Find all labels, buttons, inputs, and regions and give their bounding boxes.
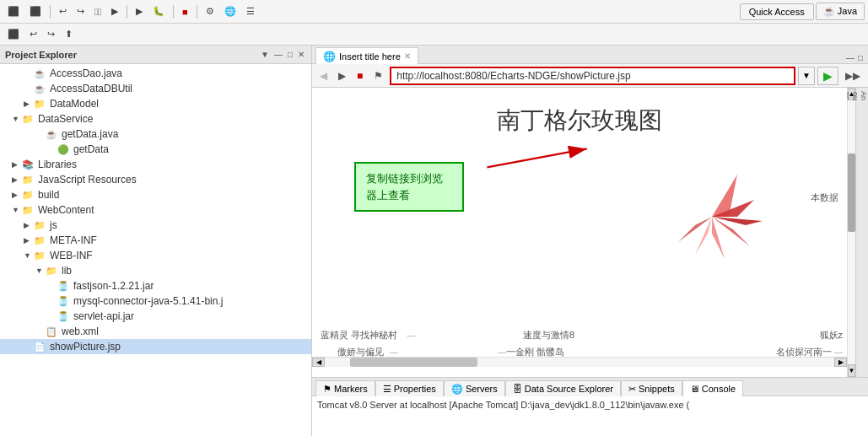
tree-icon: 🫙: [57, 311, 71, 322]
tree-arrow: ▶: [24, 100, 34, 108]
toolbar-extra2[interactable]: 🌐: [220, 3, 240, 19]
chart-label-3: 狐妖z: [820, 329, 844, 342]
bottom-content: Tomcat v8.0 Server at localhost [Apache …: [312, 396, 868, 436]
go-button[interactable]: ▶: [817, 67, 838, 85]
tree-item[interactable]: ☕getData.java: [0, 126, 311, 142]
h-scroll-left[interactable]: ◀: [312, 358, 325, 367]
panel-max-btn[interactable]: □: [286, 49, 294, 60]
editor-tab-close[interactable]: ✕: [404, 51, 411, 61]
bottom-tab-snippets[interactable]: ✂Snippets: [621, 380, 682, 396]
tree-item[interactable]: ▶📁build: [0, 187, 311, 202]
bottom-tab-markers[interactable]: ⚑Markers: [315, 380, 375, 396]
panel-min-btn[interactable]: —: [272, 49, 284, 60]
h-scrollbar[interactable]: ◀ ▶: [312, 357, 847, 367]
tree-arrow: ▶: [12, 175, 22, 184]
bottom-tab-label: Snippets: [639, 384, 675, 394]
tree-arrow: ▶: [12, 160, 22, 169]
nav-stop-btn[interactable]: ■: [353, 67, 367, 84]
toolbar-stop-btn[interactable]: ■: [178, 4, 192, 19]
bottom-tab-console[interactable]: 🖥Console: [682, 380, 743, 396]
tree-item[interactable]: ▶📁META-INF: [0, 233, 311, 248]
tree-item[interactable]: ▶📁DataModel: [0, 96, 311, 111]
tree-item[interactable]: ▶📁js: [0, 218, 311, 233]
v-scroll-down[interactable]: ▼: [848, 364, 855, 377]
toolbar-btn-4[interactable]: ↪: [73, 3, 89, 19]
tree-label: META-INF: [50, 234, 97, 246]
h-scroll-right[interactable]: ▶: [834, 358, 847, 367]
tree-arrow: ▼: [35, 266, 46, 275]
panel-collapse-btn[interactable]: ▼: [259, 49, 271, 60]
url-dropdown-btn[interactable]: ▼: [798, 67, 815, 85]
bottom-tab-properties[interactable]: ☰Properties: [375, 380, 444, 396]
tree-icon: 🫙: [57, 281, 71, 292]
tree-item[interactable]: 📋web.xml: [0, 324, 311, 339]
tree-item[interactable]: ▶📚Libraries: [0, 157, 311, 172]
tree-item[interactable]: ▼📁WebContent: [0, 202, 311, 218]
second-toolbar-btn1[interactable]: ⬛: [3, 26, 24, 42]
tree-item[interactable]: 🫙fastjson-1.2.21.jar: [0, 278, 311, 293]
toolbar-btn-1[interactable]: ⬛: [3, 3, 24, 19]
tree-arrow: ▼: [12, 206, 22, 214]
tree-label: getData: [73, 143, 109, 155]
tree-item[interactable]: 🫙mysql-connector-java-5.1.41-bin.j: [0, 293, 311, 309]
side-panel-btn[interactable]: Anouncav: [856, 88, 868, 104]
bottom-tab-label: Data Source Explorer: [525, 384, 613, 394]
toolbar-btn-3[interactable]: ↩: [55, 3, 71, 19]
tree-item[interactable]: 🟢getData: [0, 142, 311, 157]
toolbar-btn-2[interactable]: ⬛: [25, 3, 46, 19]
tree-icon: 📄: [34, 342, 47, 353]
editor-min-btn[interactable]: —: [844, 52, 856, 63]
tree-item[interactable]: ▼📁WEB-INF: [0, 248, 311, 263]
panel-close-btn[interactable]: ✕: [296, 49, 306, 60]
nav-forward-btn[interactable]: ▶: [334, 67, 350, 84]
editor-main: 南丁格尔玫瑰图 复制链接到浏览器上查看: [312, 88, 868, 377]
tree-icon: 📋: [46, 326, 59, 337]
bottom-tab-icon: ☰: [383, 384, 391, 395]
nav-bookmark-btn[interactable]: ⚑: [369, 67, 387, 84]
second-toolbar-btn4[interactable]: ⬆: [61, 26, 77, 42]
top-toolbar: ⬛ ⬛ ↩ ↪ ↩⃣ ▶ ▶ 🐛 ■ ⚙ 🌐 ☰ Quick Access ☕ …: [0, 0, 868, 24]
rose-chart-svg: [628, 149, 796, 284]
tree-item[interactable]: ☕AccessDataDBUtil: [0, 81, 311, 96]
second-toolbar-btn3[interactable]: ↪: [43, 26, 59, 42]
tree-item[interactable]: 📄showPicture.jsp: [0, 339, 311, 354]
tree-item[interactable]: ▼📁lib: [0, 263, 311, 278]
toolbar-run-btn[interactable]: ▶: [132, 3, 147, 19]
bottom-tab-data-source-explorer[interactable]: 🗄Data Source Explorer: [505, 380, 621, 396]
tree-item[interactable]: 🫙servlet-api.jar: [0, 309, 311, 324]
toolbar-extra3[interactable]: ☰: [242, 3, 259, 19]
tree-item[interactable]: ▶📁JavaScript Resources: [0, 172, 311, 187]
svg-line-1: [487, 148, 586, 167]
bottom-tab-servers[interactable]: 🌐Servers: [444, 380, 505, 396]
tree-label: WebContent: [38, 204, 94, 216]
project-explorer-header: Project Explorer ▼ — □ ✕: [0, 46, 311, 64]
editor-max-btn[interactable]: □: [856, 52, 865, 63]
bottom-tab-label: Servers: [466, 384, 498, 394]
tree-item[interactable]: ☕AccessDao.java: [0, 66, 311, 81]
tree-label: lib: [62, 265, 72, 277]
nav-extra-btn[interactable]: ▶▶: [841, 67, 865, 84]
quick-access-button[interactable]: Quick Access: [740, 3, 814, 20]
bottom-panel: ⚑Markers☰Properties🌐Servers🗄Data Source …: [312, 377, 868, 436]
right-area: 🌐 Insert title here ✕ — □ ◀ ▶ ■ ⚑ ▼ ▶ ▶▶…: [312, 46, 868, 436]
java-perspective-button[interactable]: ☕ Java: [816, 3, 865, 20]
second-toolbar-btn2[interactable]: ↩: [25, 26, 41, 42]
tree-icon: 🫙: [57, 296, 71, 307]
tree-label: js: [50, 219, 57, 231]
toolbar-btn-5[interactable]: ↩⃣: [90, 4, 105, 19]
tree-item[interactable]: ▼📁DataService: [0, 111, 311, 126]
second-toolbar: ⬛ ↩ ↪ ⬆: [0, 24, 868, 46]
editor-tab-main[interactable]: 🌐 Insert title here ✕: [315, 47, 418, 64]
toolbar-extra1[interactable]: ⚙: [202, 3, 218, 19]
browser-toolbar: ◀ ▶ ■ ⚑ ▼ ▶ ▶▶: [312, 64, 868, 88]
nav-back-btn[interactable]: ◀: [315, 67, 332, 84]
tree-label: WEB-INF: [50, 250, 93, 261]
url-input[interactable]: [390, 67, 795, 85]
tree-label: Libraries: [38, 159, 77, 170]
main-area: Project Explorer ▼ — □ ✕ ☕AccessDao.java…: [0, 46, 868, 436]
tree-icon: 📁: [46, 266, 59, 277]
h-scroll-thumb[interactable]: [350, 358, 477, 367]
v-scroll-thumb[interactable]: [848, 153, 855, 233]
toolbar-btn-6[interactable]: ▶: [107, 3, 122, 19]
toolbar-debug-btn[interactable]: 🐛: [148, 3, 169, 19]
